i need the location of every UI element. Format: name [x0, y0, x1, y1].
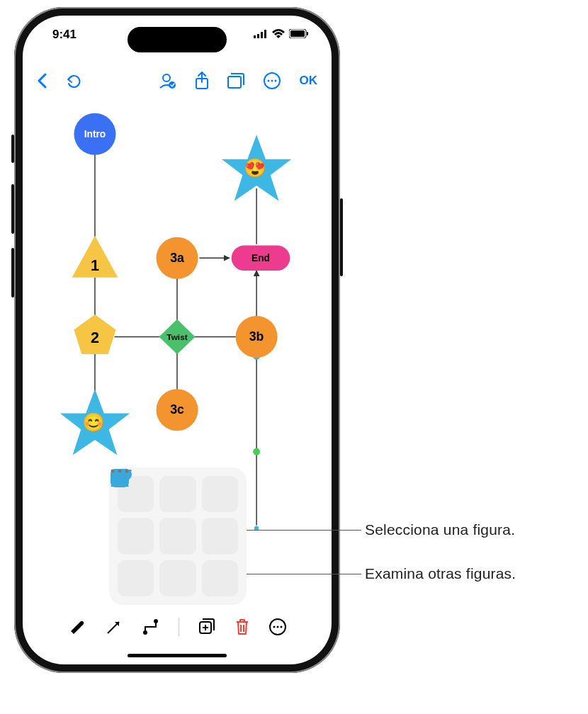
top-toolbar: OK: [23, 65, 332, 96]
connector-tool-icon[interactable]: [142, 618, 160, 636]
svg-point-8: [169, 81, 176, 89]
iphone-frame: 9:41: [14, 7, 340, 673]
palette-more[interactable]: [202, 560, 238, 596]
power-button: [340, 198, 343, 276]
home-indicator: [128, 654, 227, 657]
node-end[interactable]: [232, 246, 290, 271]
callout-browse: Examina otras figuras.: [365, 565, 516, 582]
svg-point-38: [154, 619, 158, 623]
svg-rect-5: [290, 30, 305, 37]
svg-point-33: [111, 470, 115, 473]
line-tool-icon[interactable]: [105, 618, 123, 636]
svg-point-34: [118, 470, 122, 473]
svg-rect-1: [257, 34, 259, 38]
wifi-icon: [272, 28, 285, 42]
screen: 9:41: [23, 16, 332, 664]
status-time: 9:41: [52, 28, 77, 42]
svg-point-35: [125, 470, 129, 473]
emoji-happy-icon: 😊: [82, 412, 107, 434]
svg-point-14: [274, 80, 276, 82]
undo-icon[interactable]: [65, 73, 82, 89]
svg-point-46: [276, 626, 278, 628]
mute-switch: [11, 135, 14, 163]
svg-point-13: [271, 80, 273, 82]
volume-up: [11, 184, 14, 234]
node-twist[interactable]: [159, 319, 195, 354]
callout-select: Selecciona una figura.: [365, 521, 515, 538]
node-3c[interactable]: [157, 389, 198, 431]
svg-point-45: [273, 626, 275, 628]
node-1[interactable]: [72, 236, 118, 278]
collaborate-icon[interactable]: [158, 72, 176, 89]
svg-rect-0: [254, 35, 256, 38]
battery-icon: [289, 28, 309, 42]
delete-icon[interactable]: [234, 618, 250, 636]
marker-tool-icon[interactable]: [68, 618, 86, 636]
volume-down: [11, 248, 14, 298]
cellular-icon: [254, 28, 268, 42]
toolbar-divider: [179, 618, 179, 636]
emoji-love-icon: 😍: [244, 158, 268, 179]
svg-rect-6: [307, 32, 308, 35]
shape-palette: [109, 468, 247, 605]
svg-point-12: [267, 80, 269, 82]
svg-rect-10: [228, 76, 241, 88]
insert-icon[interactable]: [198, 618, 216, 636]
more-bottom-icon[interactable]: [268, 618, 287, 636]
more-icon[interactable]: [263, 72, 281, 90]
svg-rect-2: [261, 32, 263, 38]
node-2[interactable]: [74, 314, 115, 354]
svg-point-37: [143, 630, 147, 635]
dynamic-island: [128, 27, 227, 52]
svg-point-7: [163, 74, 170, 81]
svg-point-27: [253, 448, 260, 455]
svg-rect-3: [264, 30, 266, 38]
boards-icon[interactable]: [227, 73, 244, 89]
svg-point-47: [280, 626, 282, 628]
node-intro[interactable]: [74, 113, 115, 155]
back-icon[interactable]: [37, 73, 47, 89]
node-3b[interactable]: [236, 316, 278, 358]
node-3a[interactable]: [157, 237, 198, 279]
share-icon[interactable]: [195, 72, 209, 90]
ok-button[interactable]: OK: [300, 74, 318, 88]
